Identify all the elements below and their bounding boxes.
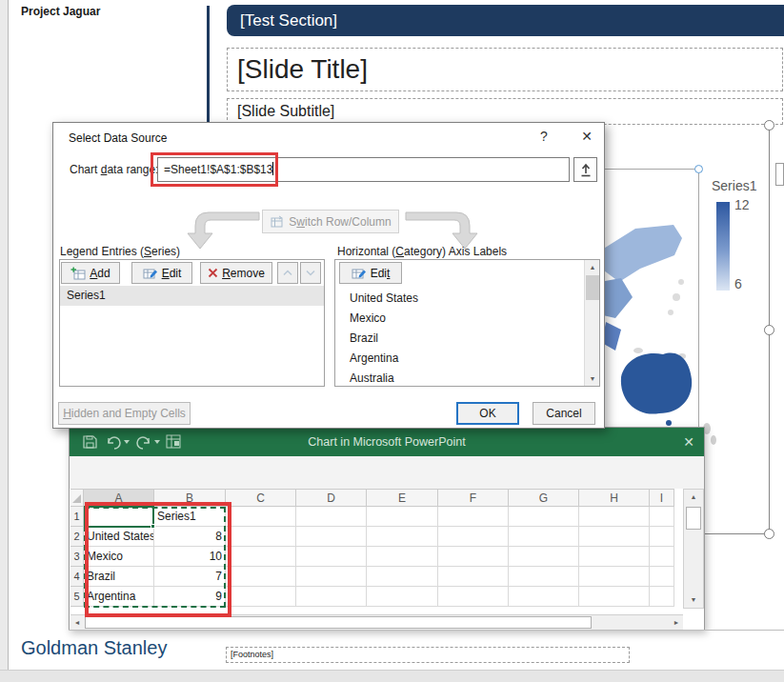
help-icon[interactable]: ? — [534, 129, 553, 148]
move-down-button[interactable] — [300, 262, 321, 284]
excel-window-title: Chart in Microsoft PowerPoint — [70, 428, 704, 456]
cell-F4[interactable] — [438, 567, 509, 587]
edit-axis-labels-button[interactable]: Edit — [339, 262, 402, 284]
row-header-3[interactable]: 3 — [70, 547, 84, 567]
cell-F3[interactable] — [438, 547, 509, 567]
cell-G1[interactable] — [509, 507, 579, 527]
move-up-button[interactable] — [277, 262, 298, 284]
cell-G2[interactable] — [509, 527, 579, 547]
footnotes-placeholder[interactable]: [Footnotes] — [226, 647, 630, 663]
scroll-down-icon[interactable]: ▼ — [585, 371, 600, 386]
cell-E1[interactable] — [367, 507, 438, 527]
edit-table-icon — [143, 267, 158, 280]
cell-D5[interactable] — [296, 587, 367, 607]
horizontal-scroll-thumb[interactable] — [85, 616, 592, 629]
dialog-title: Select Data Source — [69, 131, 167, 145]
slide-title-placeholder[interactable]: [Slide Title] — [227, 48, 783, 91]
column-header-G[interactable]: G — [509, 489, 579, 507]
cell-G5[interactable] — [509, 587, 579, 607]
chart-legend-max: 12 — [734, 197, 750, 212]
annotation-box-range-formula — [151, 152, 278, 187]
cell-C4[interactable] — [226, 567, 296, 587]
add-series-button[interactable]: Add — [61, 262, 120, 284]
cell-D3[interactable] — [296, 547, 367, 567]
cell-I5[interactable] — [650, 587, 674, 607]
axis-item-argentina[interactable]: Argentina — [342, 349, 571, 368]
cell-G4[interactable] — [509, 567, 579, 587]
axis-scroll-thumb[interactable] — [586, 275, 599, 300]
row-header-1[interactable]: 1 — [70, 507, 84, 527]
cell-I4[interactable] — [650, 567, 674, 587]
cell-H2[interactable] — [579, 527, 650, 547]
cell-E3[interactable] — [367, 547, 438, 567]
column-header-C[interactable]: C — [226, 489, 296, 507]
axis-item-mexico[interactable]: Mexico — [342, 309, 571, 328]
scroll-left-icon[interactable]: ◄ — [70, 615, 84, 630]
switch-row-column-button[interactable]: Switch Row/Column — [262, 210, 399, 233]
column-header-H[interactable]: H — [579, 489, 650, 507]
cell-D4[interactable] — [296, 567, 367, 587]
axis-item-united-states[interactable]: United States — [342, 289, 571, 308]
cell-C2[interactable] — [226, 527, 296, 547]
vertical-scroll-thumb[interactable] — [686, 507, 701, 530]
remove-series-button[interactable]: Remove — [200, 262, 272, 284]
cell-H1[interactable] — [579, 507, 650, 527]
chart-handle-bottom-right[interactable] — [764, 529, 774, 539]
annotation-box-data-range — [85, 502, 231, 617]
hidden-empty-cells-button[interactable]: Hidden and Empty Cells — [58, 402, 191, 425]
plot-area-handle[interactable] — [694, 165, 703, 173]
cell-D1[interactable] — [296, 507, 367, 527]
slide-footer-divider — [69, 630, 784, 631]
cell-F5[interactable] — [438, 587, 509, 607]
cell-H4[interactable] — [579, 567, 650, 587]
excel-close-icon[interactable]: ✕ — [683, 428, 694, 456]
cell-I1[interactable] — [650, 507, 674, 527]
brand-logo: Goldman Stanley — [21, 637, 167, 659]
cell-E4[interactable] — [367, 567, 438, 587]
curved-arrow-left-icon — [185, 207, 261, 251]
slide-subtitle-placeholder[interactable]: [Slide Subtitle] — [227, 98, 783, 125]
cell-I3[interactable] — [650, 547, 674, 567]
cell-F2[interactable] — [438, 527, 509, 547]
add-table-icon — [70, 267, 86, 280]
chevron-up-icon — [283, 270, 292, 276]
axis-item-australia[interactable]: Australia — [342, 369, 571, 388]
column-header-F[interactable]: F — [438, 489, 509, 507]
scroll-up-icon[interactable]: ▲ — [684, 490, 703, 505]
scroll-up-icon[interactable]: ▲ — [585, 260, 600, 274]
scroll-right-icon[interactable]: ► — [670, 615, 683, 630]
cell-D2[interactable] — [296, 527, 367, 547]
column-header-D[interactable]: D — [296, 489, 367, 507]
axis-list-scrollbar[interactable]: ▲ ▼ — [584, 260, 599, 386]
chart-handle-top-right[interactable] — [764, 120, 774, 130]
column-header-I[interactable]: I — [650, 489, 674, 507]
column-header-E[interactable]: E — [367, 489, 438, 507]
cell-F1[interactable] — [438, 507, 509, 527]
cell-E2[interactable] — [367, 527, 438, 547]
close-icon[interactable]: ✕ — [576, 129, 597, 148]
ok-button[interactable]: OK — [456, 402, 519, 425]
vertical-scrollbar[interactable]: ▲ ▼ — [683, 489, 704, 609]
legend-series-item[interactable]: Series1 — [60, 286, 324, 306]
cell-G3[interactable] — [509, 547, 579, 567]
select-all-corner[interactable] — [70, 489, 84, 507]
collapse-dialog-button[interactable] — [573, 157, 597, 182]
cell-C1[interactable] — [226, 507, 296, 527]
cell-H3[interactable] — [579, 547, 650, 567]
section-header-bar: [Test Section] — [227, 5, 784, 36]
cell-E5[interactable] — [367, 587, 438, 607]
cell-C3[interactable] — [226, 547, 296, 567]
cancel-button[interactable]: Cancel — [533, 402, 595, 425]
edit-series-button[interactable]: Edit — [131, 262, 192, 284]
row-header-4[interactable]: 4 — [70, 567, 84, 587]
map-region-medium-2 — [602, 322, 621, 351]
cell-I2[interactable] — [650, 527, 674, 547]
chart-legend-title: Series1 — [712, 178, 756, 193]
row-header-5[interactable]: 5 — [70, 587, 84, 607]
row-header-2[interactable]: 2 — [70, 527, 84, 547]
axis-item-brazil[interactable]: Brazil — [342, 329, 571, 348]
cell-H5[interactable] — [579, 587, 650, 607]
cell-C5[interactable] — [226, 587, 296, 607]
chart-handle-mid-right[interactable] — [764, 325, 774, 335]
scroll-down-icon[interactable]: ▼ — [684, 592, 703, 608]
